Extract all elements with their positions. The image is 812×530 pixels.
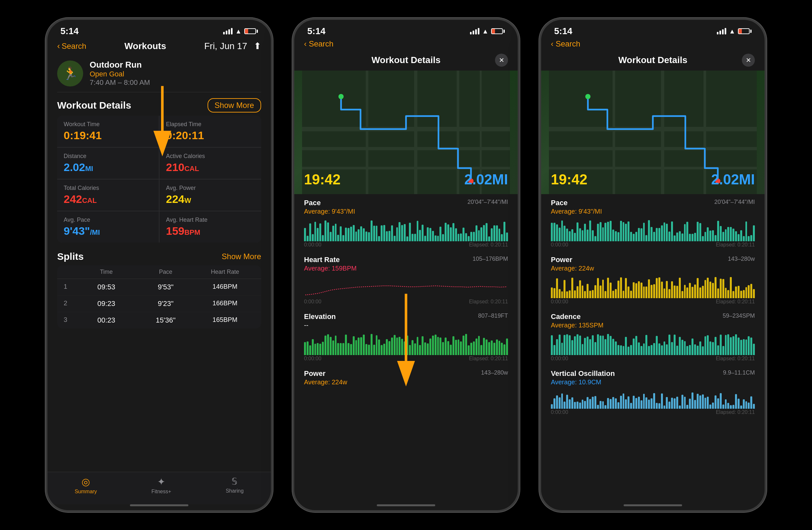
- chart-bar: [661, 225, 663, 241]
- status-time-1: 5:14: [60, 26, 78, 37]
- charts-container-3: Pace Average: 9'43"/MI 20'04"–7'44"/MI 0…: [541, 194, 765, 504]
- chart-bar: [635, 232, 637, 241]
- splits-header: Splits Show More: [57, 248, 261, 265]
- chart-bar: [594, 342, 596, 355]
- close-button-3[interactable]: ✕: [742, 54, 755, 67]
- chart-hr-visual-2: [304, 275, 508, 298]
- chart-bar: [727, 227, 729, 241]
- chart-bar: [733, 291, 734, 298]
- tab-fitness-label: Fitness+: [151, 489, 171, 494]
- chart-bar: [569, 231, 571, 241]
- chart-bar: [414, 234, 416, 241]
- date-label: Fri, Jun 17: [204, 41, 247, 51]
- chart-bar: [342, 235, 344, 241]
- chart-bar: [681, 234, 683, 241]
- chart-bar: [597, 405, 599, 409]
- chart-bar: [571, 229, 573, 241]
- chart-bar: [383, 225, 385, 241]
- tab-summary[interactable]: ◎ Summary: [75, 476, 97, 494]
- chart-bar: [717, 221, 719, 241]
- stat-total-cal: Total Calories 242CAL: [57, 180, 159, 211]
- svg-point-21: [585, 94, 591, 99]
- chart-pace-start-3: 0:00:00: [551, 242, 568, 248]
- chart-bar: [566, 334, 568, 355]
- chart-bar: [640, 282, 642, 298]
- stat-workout-time: Workout Time 0:19:41: [57, 116, 159, 147]
- chart-bar: [627, 396, 629, 409]
- chart-bar: [488, 342, 490, 355]
- share-button[interactable]: ⬆: [254, 41, 261, 51]
- chart-bar: [730, 337, 732, 355]
- show-more-button-splits[interactable]: Show More: [222, 252, 261, 261]
- chart-bar: [625, 224, 627, 241]
- stat-elapsed-time: Elapsed Time 0:20:11: [159, 116, 261, 147]
- chart-pace-avg-3: Average: 9'43"/MI: [551, 208, 602, 215]
- chart-bar: [376, 226, 378, 241]
- chart-bar: [445, 337, 447, 355]
- chart-bar: [673, 335, 676, 355]
- signal-icon-3: [717, 28, 726, 34]
- chart-bar: [485, 339, 488, 355]
- chart-bar: [753, 225, 755, 241]
- chart-bar: [689, 345, 691, 355]
- map-bg-2: 19:42 2.02MI: [294, 71, 518, 194]
- chart-bar: [640, 400, 642, 409]
- chart-bar: [478, 230, 480, 241]
- phone-3: 5:14 ▲ ‹ Search Workout Details ✕: [539, 18, 767, 512]
- chart-bar: [702, 236, 704, 241]
- chart-power-label-3: Power: [551, 255, 594, 264]
- close-button-2[interactable]: ✕: [495, 54, 508, 67]
- tab-sharing-icon: 𝕊: [232, 476, 237, 487]
- back-button-1[interactable]: ‹ Search: [57, 41, 86, 51]
- chart-bar: [668, 289, 670, 298]
- chart-power-range-3: 143–280w: [728, 255, 755, 262]
- chart-bar: [424, 343, 426, 355]
- chart-bar: [653, 393, 655, 409]
- route-stats-2: 19:42 2.02MI: [294, 171, 518, 187]
- tab-fitness[interactable]: ✦ Fitness+: [151, 476, 171, 494]
- chart-bar: [740, 405, 742, 409]
- show-more-button-details[interactable]: Show More: [207, 98, 261, 112]
- chart-bar: [564, 226, 565, 241]
- chart-bar: [577, 286, 579, 298]
- chart-bar: [376, 335, 378, 355]
- stat-value-active-cal: 210CAL: [166, 161, 255, 173]
- chart-cadence-header-3: Cadence Average: 135SPM 59–234SPM: [551, 312, 755, 330]
- chart-bar: [648, 346, 650, 355]
- chart-bar: [633, 234, 635, 241]
- chart-bar: [738, 337, 740, 355]
- tab-sharing[interactable]: 𝕊 Sharing: [226, 476, 244, 494]
- chart-pace-avg-2: Average: 9'43"/MI: [304, 208, 355, 215]
- chart-bar: [605, 223, 606, 241]
- modal-back-btn-3[interactable]: ‹ Search: [551, 39, 580, 48]
- splits-title: Splits: [57, 251, 84, 262]
- modal-back-btn[interactable]: ‹ Search: [304, 39, 334, 48]
- chart-bar: [589, 221, 591, 241]
- chart-bar: [579, 336, 581, 355]
- chart-bar: [485, 223, 488, 241]
- chart-bar: [686, 346, 688, 355]
- status-bar-2: 5:14 ▲: [294, 20, 518, 39]
- modal-back-row: ‹ Search: [294, 39, 518, 50]
- chart-bar: [439, 337, 441, 355]
- chart-bar: [424, 236, 426, 241]
- chart-bar: [594, 285, 596, 298]
- tab-sharing-label: Sharing: [226, 488, 244, 494]
- chart-bar: [559, 228, 561, 241]
- chart-bar: [743, 290, 745, 298]
- chart-bar: [623, 346, 625, 355]
- chart-pace-range-2: 20'04"–7'44"/MI: [467, 199, 508, 206]
- chart-bar: [394, 335, 396, 355]
- nav-bar-1: ‹ Search Workouts Fri, Jun 17 ⬆: [47, 39, 271, 55]
- chart-bar: [658, 343, 660, 355]
- chart-bar: [365, 344, 367, 355]
- hr-svg-2: [304, 275, 508, 298]
- stat-distance: Distance 2.02MI: [57, 148, 159, 179]
- tab-summary-label: Summary: [75, 489, 97, 494]
- chart-bar: [504, 222, 505, 241]
- chart-bar: [671, 281, 673, 298]
- chart-bar: [589, 339, 591, 355]
- chart-bar: [577, 402, 579, 409]
- chart-bar: [656, 278, 658, 298]
- chart-bar: [689, 399, 691, 409]
